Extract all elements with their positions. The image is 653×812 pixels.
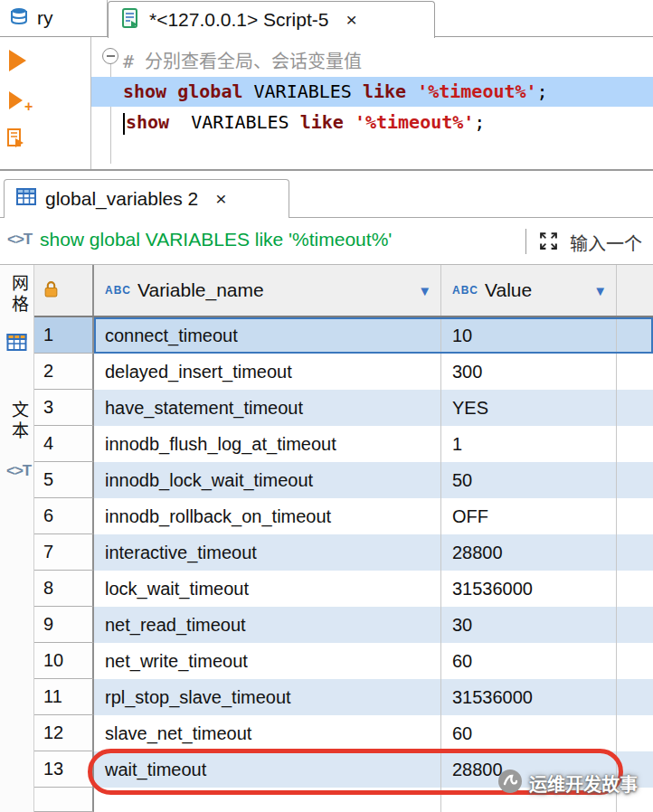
row-cells: delayed_insert_timeout 300 <box>94 354 653 390</box>
cell-value[interactable]: 30 <box>441 607 617 643</box>
sql-editor[interactable]: + # 分别查看全局、会话变量值 show global VARIABLES l… <box>0 37 653 169</box>
row-number[interactable]: 6 <box>34 498 94 534</box>
cell-filler <box>617 426 653 462</box>
table-row: 6 innodb_rollback_on_timeout OFF <box>34 498 653 534</box>
query-info-bar: <>T show global VARIABLES like '%timeout… <box>0 218 653 265</box>
row-cells: innodb_lock_wait_timeout 50 <box>94 462 653 498</box>
cell-filler <box>617 462 653 498</box>
column-header-variable-name[interactable]: ABC Variable_name ▼ <box>94 265 441 316</box>
close-icon[interactable]: × <box>345 9 356 31</box>
cell-value[interactable]: 31536000 <box>441 571 617 607</box>
cell-variable-name[interactable]: interactive_timeout <box>94 534 441 571</box>
row-number[interactable]: 8 <box>34 571 94 607</box>
cell-filler <box>617 390 653 426</box>
filter-dropdown-icon[interactable]: ▼ <box>593 283 607 298</box>
execute-statement-icon[interactable] <box>9 50 26 71</box>
row-number[interactable]: 10 <box>34 643 94 679</box>
table-row: 11 rpl_stop_slave_timeout 31536000 <box>34 679 653 715</box>
cell-variable-name[interactable]: rpl_stop_slave_timeout <box>94 679 441 715</box>
cell-value[interactable]: 1 <box>441 426 617 462</box>
results-data-grid: ABC Variable_name ▼ ABC Value ▼ 1 connec… <box>34 265 653 812</box>
database-icon <box>9 6 29 31</box>
row-number[interactable]: 3 <box>34 390 94 426</box>
watermark-text: 运维开发故事 <box>529 770 638 797</box>
collapse-fold-icon[interactable] <box>102 48 118 64</box>
table-row: 12 slave_net_timeout 60 <box>34 715 653 751</box>
grid-header-row: ABC Variable_name ▼ ABC Value ▼ <box>34 265 653 317</box>
cell-value[interactable]: 50 <box>441 462 617 498</box>
cell-variable-name[interactable]: net_read_timeout <box>94 607 441 643</box>
app-window: ry *<127.0.0.1> Script-5 × + # 分别查看全局、会话… <box>0 0 653 812</box>
close-icon[interactable]: × <box>215 188 226 210</box>
row-number[interactable]: 5 <box>34 462 94 498</box>
cell-variable-name[interactable]: slave_net_timeout <box>94 715 441 751</box>
text-view-icon[interactable]: <>T <box>6 462 31 480</box>
results-tab-global-variables[interactable]: global_variables 2 × <box>4 179 289 218</box>
row-number[interactable]: 11 <box>34 679 94 715</box>
code-line-comment[interactable]: # 分别查看全局、会话变量值 <box>123 48 362 75</box>
row-number[interactable]: 13 <box>34 751 94 788</box>
cell-value[interactable]: 300 <box>441 354 617 390</box>
view-tab-grid[interactable]: 网格 <box>6 274 31 316</box>
tab-label: ry <box>37 7 53 29</box>
cell-variable-name[interactable]: lock_wait_timeout <box>94 571 441 607</box>
cell-variable-name[interactable]: wait_timeout <box>94 751 441 788</box>
corner-header-cell[interactable] <box>34 265 94 316</box>
row-number[interactable]: 7 <box>34 534 94 571</box>
column-header-value[interactable]: ABC Value ▼ <box>441 265 617 316</box>
cell-variable-name[interactable]: net_write_timeout <box>94 643 441 679</box>
column-label: Value <box>485 279 593 301</box>
row-cells: slave_net_timeout 60 <box>94 715 653 751</box>
cell-value[interactable]: 31536000 <box>441 679 617 715</box>
table-row: 9 net_read_timeout 30 <box>34 607 653 643</box>
execute-script-icon[interactable] <box>5 127 27 153</box>
row-number[interactable]: 12 <box>34 715 94 751</box>
filter-dropdown-icon[interactable]: ▼ <box>418 283 431 298</box>
table-row: 8 lock_wait_timeout 31536000 <box>34 571 653 607</box>
tab-sql-script[interactable]: *<127.0.0.1> Script-5 × <box>108 1 435 38</box>
tab-editor-previous[interactable]: ry <box>0 0 108 36</box>
cell-variable-name[interactable]: innodb_rollback_on_timeout <box>94 498 441 534</box>
execute-new-tab-plus: + <box>24 99 33 115</box>
cell-value[interactable]: 60 <box>441 643 617 679</box>
execute-new-tab-icon[interactable] <box>9 91 23 109</box>
cell-variable-name[interactable]: delayed_insert_timeout <box>94 354 441 390</box>
row-number[interactable]: 4 <box>34 426 94 462</box>
code-line-sql-global[interactable]: show global VARIABLES like '%timeout%'; <box>123 78 548 105</box>
code-line-sql-session[interactable]: show VARIABLES like '%timeout%'; <box>123 109 485 136</box>
filter-input-hint[interactable]: 输入一个 <box>570 230 642 256</box>
header-filler-cell <box>617 265 653 316</box>
cell-value[interactable]: 10 <box>441 317 617 354</box>
cell-variable-name[interactable]: innodb_flush_log_at_timeout <box>94 426 441 462</box>
watermark-logo-icon <box>497 769 523 798</box>
cell-variable-name[interactable]: connect_timeout <box>94 317 441 354</box>
result-view-switcher: 网格 文本 <>T <box>0 265 34 812</box>
table-row: 4 innodb_flush_log_at_timeout 1 <box>34 426 653 462</box>
row-number[interactable]: 9 <box>34 607 94 643</box>
row-cells-selected: connect_timeout 10 <box>94 317 653 354</box>
cell-value[interactable]: 60 <box>441 715 617 751</box>
row-number[interactable]: 1 <box>34 317 94 354</box>
maximize-panel-icon[interactable] <box>537 230 560 256</box>
cell-value[interactable]: YES <box>441 390 617 426</box>
table-row: 10 net_write_timeout 60 <box>34 643 653 679</box>
text-cursor <box>123 113 125 135</box>
grid-view-icon[interactable] <box>5 332 28 357</box>
lock-icon <box>43 280 59 301</box>
tab-label: *<127.0.0.1> Script-5 <box>149 9 328 31</box>
cell-variable-name[interactable]: have_statement_timeout <box>94 390 441 426</box>
editor-results-divider <box>0 169 653 171</box>
row-cells: rpl_stop_slave_timeout 31536000 <box>94 679 653 715</box>
cell-value[interactable]: OFF <box>441 498 617 534</box>
view-tab-text[interactable]: 文本 <box>6 401 31 442</box>
column-label: Variable_name <box>137 279 418 301</box>
cell-filler <box>617 317 653 354</box>
row-number[interactable]: 2 <box>34 354 94 390</box>
row-cells: innodb_flush_log_at_timeout 1 <box>94 426 653 462</box>
cell-filler <box>617 354 653 390</box>
cell-filler <box>617 534 653 571</box>
cell-variable-name <box>94 788 441 812</box>
cell-value[interactable]: 28800 <box>441 534 617 571</box>
cell-variable-name[interactable]: innodb_lock_wait_timeout <box>94 462 441 498</box>
results-tab-label: global_variables 2 <box>45 188 198 210</box>
